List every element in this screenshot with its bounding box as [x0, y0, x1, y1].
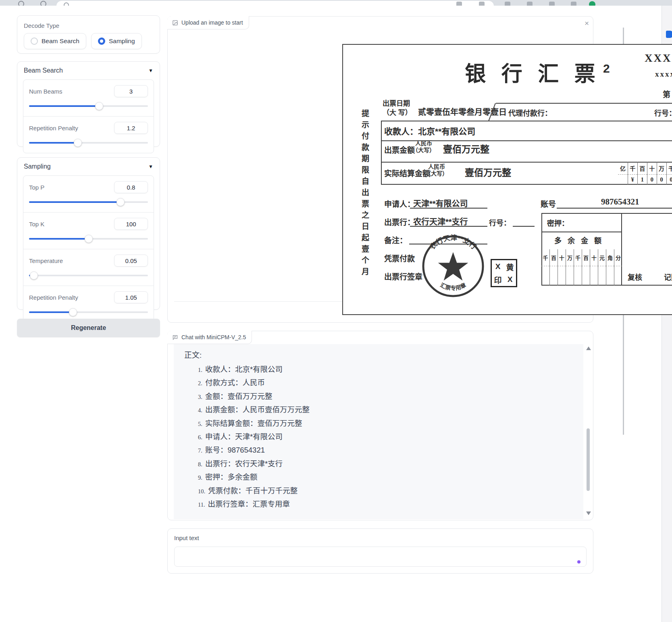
chat-output[interactable]: 正文: 1.收款人：北京*有限公司2.付款方式：人民币3.金额：壹佰万万元整4.…	[174, 344, 583, 519]
browser-back-icon[interactable]	[666, 31, 672, 38]
favorites-icon[interactable]	[456, 2, 462, 6]
draft-account-value: 987654321	[601, 197, 639, 207]
chat-heading: 正文:	[184, 349, 583, 360]
chat-list-item: 6.申请人：天津*有限公司	[198, 430, 583, 444]
param-row: Top K100	[23, 212, 154, 249]
stamp-char: X	[492, 260, 504, 273]
address-bar[interactable]	[56, 1, 494, 6]
chat-item-text: 实际结算金额：壹佰万万元整	[205, 419, 302, 428]
slider-thumb[interactable]	[117, 198, 125, 206]
param-value-input[interactable]: 1.05	[114, 291, 148, 303]
draft-pay-on-sight: 凭票付款	[384, 253, 415, 263]
chat-item-text: 密押：多余金额	[205, 473, 258, 481]
decode-type-card: Decode Type Beam SearchSampling	[17, 15, 160, 54]
beam-search-title: Beam Search	[24, 67, 63, 74]
chat-list-item: 10.凭票付款：千百十万千元整	[198, 484, 583, 498]
radio-option-sampling[interactable]: Sampling	[91, 33, 142, 49]
beam-search-accordion-header[interactable]: Beam Search ▼	[17, 62, 160, 79]
draft-amount-digit-grid: 亿千百十万千百十元角分¥100000000	[618, 162, 672, 185]
chat-item-number: 6.	[198, 434, 202, 440]
grid-header-cell: 十	[647, 162, 657, 175]
param-slider[interactable]	[29, 271, 148, 280]
chat-list-item: 7.账号：987654321	[198, 444, 583, 457]
grid-header-cell: 角	[606, 249, 614, 266]
param-slider[interactable]	[29, 198, 148, 206]
chat-item-number: 11.	[198, 501, 205, 508]
chat-list-item: 2.付款方式：人民币	[198, 376, 583, 390]
slider-thumb[interactable]	[85, 235, 93, 243]
chevron-down-icon: ▼	[148, 68, 153, 73]
param-slider[interactable]	[29, 235, 148, 243]
scroll-up-icon[interactable]	[586, 346, 591, 350]
slider-thumb[interactable]	[69, 308, 77, 316]
scroll-down-icon[interactable]	[586, 511, 591, 515]
image-panel-tab-label: Upload an image to start	[181, 19, 243, 26]
tab-grid-icon[interactable]	[40, 1, 46, 6]
draft-line	[496, 103, 672, 104]
chat-item-text: 凭票付款：千百十万千元整	[208, 486, 298, 495]
param-value-input[interactable]: 3	[114, 85, 148, 97]
close-image-button[interactable]: ×	[585, 19, 589, 28]
draft-serial-1: XXXXXXXX	[645, 52, 672, 65]
sampling-title: Sampling	[24, 163, 51, 170]
param-value-input[interactable]: 1.2	[114, 122, 148, 134]
chat-item-text: 金额：壹佰万万元整	[205, 392, 273, 401]
param-label: Num Beams	[29, 88, 62, 95]
slider-thumb[interactable]	[95, 102, 103, 110]
param-label: Top P	[29, 184, 44, 191]
param-slider[interactable]	[29, 102, 148, 110]
chat-scrollbar[interactable]	[585, 346, 591, 516]
profile-avatar-icon[interactable]	[589, 1, 595, 6]
draft-date-label: 出票日期 （大 写）	[383, 99, 412, 117]
stamp-char: 印	[492, 273, 504, 286]
param-slider[interactable]	[29, 308, 148, 316]
slider-fill	[29, 238, 89, 240]
slider-track[interactable]	[29, 275, 148, 276]
settings-icon[interactable]	[505, 2, 510, 6]
grid-value-cell	[574, 266, 582, 286]
grid-header-cell: 分	[614, 249, 622, 266]
grid-header-cell: 万	[566, 249, 574, 266]
grid-header-cell: 百	[582, 249, 590, 266]
chat-list-item: 4.出票金额：人民币壹佰万万元整	[198, 403, 583, 417]
chat-item-number: 3.	[198, 394, 202, 400]
draft-applicant-value: 天津**有限公司	[413, 197, 468, 209]
chat-panel-tab: Chat with MiniCPM-V_2.5	[167, 331, 252, 344]
grid-value-cell	[566, 266, 574, 286]
chat-item-text: 收款人：北京*有限公司	[205, 365, 283, 374]
param-value-input[interactable]: 0.8	[114, 181, 148, 193]
grid-value-cell	[558, 266, 566, 286]
grid-header-cell: 千	[628, 162, 637, 175]
chat-item-number: 7.	[198, 447, 202, 454]
slider-fill	[29, 142, 78, 144]
draft-settle-currency-stack: 人民币 （大写）	[425, 163, 448, 177]
edit-icon[interactable]	[549, 2, 555, 6]
capture-icon[interactable]	[571, 2, 576, 6]
slider-thumb[interactable]	[30, 271, 38, 280]
param-value-input[interactable]: 0.05	[114, 255, 148, 267]
history-icon[interactable]	[18, 1, 24, 6]
sampling-accordion-header[interactable]: Sampling ▼	[17, 158, 160, 175]
draft-amount-value: 壹佰万元整	[443, 142, 489, 155]
param-value-input[interactable]: 100	[114, 218, 148, 230]
param-row: Repetition Penalty1.2	[23, 116, 154, 153]
draft-serial-2: xxxxxxxx	[655, 70, 672, 79]
slider-thumb[interactable]	[74, 139, 82, 147]
draft-applicant-label: 申请人：	[384, 198, 415, 209]
extension-icon[interactable]	[479, 2, 485, 6]
input-textbox[interactable]	[174, 547, 587, 567]
chat-item-number: 1.	[198, 367, 202, 373]
draft-memo-label: 备注：	[384, 234, 407, 245]
draft-agent-bank-label: 代理付款行：	[508, 107, 552, 118]
scrollbar-thumb[interactable]	[587, 428, 590, 491]
param-slider[interactable]	[29, 139, 148, 147]
regenerate-button[interactable]: Regenerate	[17, 319, 160, 337]
grid-value-cell: 0	[647, 175, 657, 185]
grid-header-cell: 十	[590, 249, 598, 266]
param-label: Top K	[29, 221, 44, 228]
draft-agent-bank-no-label: 行号：	[654, 107, 672, 118]
grid-value-cell	[549, 266, 558, 286]
split-screen-icon[interactable]	[527, 2, 533, 6]
radio-option-beam-search[interactable]: Beam Search	[24, 33, 86, 49]
chat-item-number: 4.	[198, 407, 202, 413]
